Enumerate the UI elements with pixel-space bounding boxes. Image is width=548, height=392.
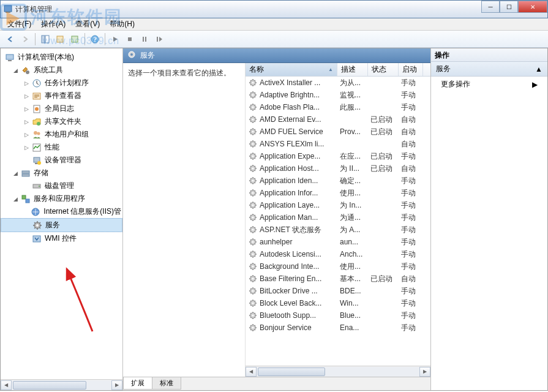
restart-button[interactable] (152, 32, 166, 46)
service-row[interactable]: aunhelperaun...手动 (246, 236, 430, 248)
cell-name: ANSYS FLEXlm li... (246, 138, 337, 149)
service-name: ActiveX Installer ... (260, 78, 320, 87)
service-row[interactable]: AMD FUEL ServiceProv...已启动自动 (246, 126, 430, 138)
tree-wmi[interactable]: WMI 控件 (1, 232, 122, 245)
tree-services[interactable]: 服务 (1, 218, 122, 232)
tree-root[interactable]: 计算机管理(本地) (1, 51, 122, 64)
service-row[interactable]: Application Man...为通...手动 (246, 211, 430, 224)
service-row[interactable]: BitLocker Drive ...BDE...手动 (246, 285, 430, 297)
column-desc[interactable]: 描述 (337, 63, 368, 76)
service-row[interactable]: Base Filtering En...基本...已启动自动 (246, 273, 430, 285)
pause-button[interactable] (138, 32, 151, 46)
actions-more[interactable]: 更多操作 ▶ (431, 77, 547, 92)
service-row[interactable]: Application Infor...使用...手动 (246, 187, 430, 199)
tree-globallog[interactable]: ▷ 全局日志 (1, 102, 122, 115)
column-name[interactable]: 名称▲ (246, 63, 337, 76)
service-row[interactable]: Bluetooth Supp...Blue...手动 (246, 309, 430, 322)
service-row[interactable]: Adobe Flash Pla...此服...手动 (246, 101, 430, 113)
service-row[interactable]: Autodesk Licensi...Anch...手动 (246, 248, 430, 260)
list-body[interactable]: ActiveX Installer ...为从...手动Adaptive Bri… (246, 77, 430, 366)
svg-rect-9 (143, 37, 144, 42)
menu-view[interactable]: 查看(V) (70, 18, 105, 31)
menu-action[interactable]: 操作(A) (36, 18, 70, 31)
service-row[interactable]: ANSYS FLEXlm li...自动 (246, 138, 430, 150)
service-name: Base Filtering En... (260, 274, 321, 283)
scroll-track[interactable] (257, 367, 419, 377)
forward-button[interactable] (18, 32, 32, 46)
service-row[interactable]: Application Iden...确定...手动 (246, 175, 430, 187)
svg-rect-8 (128, 37, 132, 41)
scroll-thumb[interactable] (13, 381, 86, 390)
cell-desc: 为 II... (337, 163, 368, 175)
maximize-button[interactable]: ☐ (500, 1, 518, 13)
scroll-right-button[interactable]: ▶ (111, 380, 122, 390)
scroll-left-button[interactable]: ◀ (1, 380, 12, 390)
actions-group-services[interactable]: 服务 ▲ (431, 62, 547, 77)
list-hscroll[interactable]: ◀ ▶ (246, 366, 430, 377)
collapse-icon[interactable]: ◢ (12, 67, 19, 74)
service-row[interactable]: Application Laye...为 In...手动 (246, 199, 430, 211)
expand-icon[interactable]: ▷ (23, 119, 30, 125)
expand-icon[interactable]: ▷ (23, 145, 30, 151)
cell-desc: Prov... (337, 127, 368, 137)
scroll-left-button[interactable]: ◀ (246, 367, 257, 377)
svg-point-49 (252, 143, 254, 145)
stop-button[interactable] (123, 32, 137, 46)
tree-servicesapps[interactable]: ◢ 服务和应用程序 (1, 192, 122, 205)
scroll-right-button[interactable]: ▶ (419, 367, 430, 377)
column-startup[interactable]: 启动 (399, 63, 423, 76)
scroll-track[interactable] (12, 380, 111, 390)
svg-point-53 (252, 168, 254, 170)
tree-label: 服务和应用程序 (32, 193, 86, 205)
tree-performance[interactable]: ▷ 性能 (1, 141, 122, 154)
service-row[interactable]: Adaptive Brightn...监视...手动 (246, 89, 430, 101)
service-row[interactable]: AMD External Ev...已启动自动 (246, 113, 430, 126)
service-row[interactable]: Application Expe...在应...已启动手动 (246, 150, 430, 162)
tree-sharedfolders[interactable]: ▷ 共享文件夹 (1, 115, 122, 128)
service-row[interactable]: ActiveX Installer ...为从...手动 (246, 77, 430, 89)
column-status[interactable]: 状态 (368, 63, 399, 76)
tree-scheduler[interactable]: ▷ 任务计划程序 (1, 77, 122, 89)
menu-help[interactable]: 帮助(H) (105, 18, 140, 31)
tree-storage[interactable]: ◢ 存储 (1, 167, 122, 179)
tab-standard[interactable]: 标准 (152, 377, 181, 390)
expand-icon[interactable]: ▷ (23, 132, 30, 138)
col-label: 启动 (402, 64, 417, 75)
svg-point-57 (252, 192, 254, 194)
tab-extended[interactable]: 扩展 (123, 377, 152, 390)
svg-point-79 (252, 327, 254, 329)
back-button[interactable] (4, 32, 17, 46)
show-hide-tree-button[interactable] (39, 32, 52, 46)
cell-name: Block Level Back... (246, 298, 337, 309)
service-row[interactable]: Background Inte...使用...手动 (246, 260, 430, 273)
service-row[interactable]: Bonjour ServiceEna...手动 (246, 322, 430, 334)
expand-icon[interactable]: ▷ (23, 80, 30, 86)
cell-status (368, 94, 399, 96)
tree-devicemgr[interactable]: 设备管理器 (1, 154, 122, 167)
service-row[interactable]: Block Level Back...Win...手动 (246, 297, 430, 309)
help-button[interactable]: ? (88, 32, 102, 46)
service-row[interactable]: Application Host...为 II...已启动自动 (246, 162, 430, 175)
collapse-icon[interactable]: ◢ (12, 170, 19, 176)
service-row[interactable]: ASP.NET 状态服务为 A...手动 (246, 224, 430, 236)
expand-icon[interactable]: ▷ (23, 93, 30, 99)
tree-diskmgmt[interactable]: 磁盘管理 (1, 179, 122, 192)
menubar: 文件(F) 操作(A) 查看(V) 帮助(H) (0, 18, 548, 31)
cell-status (368, 266, 399, 267)
export-button[interactable] (68, 32, 81, 46)
service-name: Application Expe... (260, 152, 320, 160)
expand-icon[interactable]: ▷ (23, 106, 30, 112)
scroll-thumb[interactable] (258, 368, 325, 376)
play-button[interactable] (108, 32, 122, 46)
properties-button[interactable] (53, 32, 67, 46)
minimize-button[interactable]: ─ (481, 1, 500, 13)
tree-hscroll[interactable]: ◀ ▶ (1, 379, 122, 390)
tree-systools[interactable]: ◢ 系统工具 (1, 64, 122, 77)
close-button[interactable]: ✕ (518, 1, 547, 13)
menu-file[interactable]: 文件(F) (2, 18, 36, 31)
gear-icon (248, 225, 258, 235)
collapse-icon[interactable]: ◢ (12, 196, 19, 202)
tree-eventviewer[interactable]: ▷ 事件查看器 (1, 89, 122, 102)
tree-iis[interactable]: Internet 信息服务(IIS)管 (1, 205, 122, 218)
tree-localusers[interactable]: ▷ 本地用户和组 (1, 128, 122, 141)
